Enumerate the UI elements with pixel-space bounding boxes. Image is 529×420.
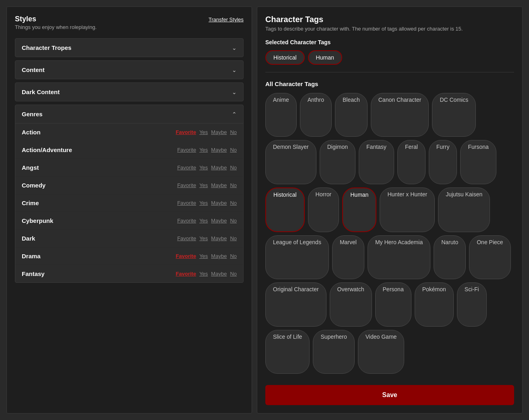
genre-maybe-option[interactable]: Maybe [211,147,227,153]
genre-yes-option[interactable]: Yes [199,235,208,241]
genre-options: FavoriteYesMaybeNo [177,235,237,241]
genre-row: AngstFavoriteYesMaybeNo [15,159,243,177]
character-tag[interactable]: Feral [397,140,426,184]
genres-label: Genres [22,111,43,117]
selected-tag[interactable]: Human [308,50,342,65]
character-tag[interactable]: Human [342,187,376,232]
accordion-dark-content-header[interactable]: Dark Content ⌄ [15,83,243,101]
genre-favorite-option[interactable]: Favorite [177,182,196,188]
character-tag[interactable]: Fantasy [359,140,394,184]
styles-title: Styles [15,15,97,23]
genre-no-option[interactable]: No [230,129,237,135]
genre-favorite-option[interactable]: Favorite [176,253,196,259]
genre-no-option[interactable]: No [230,165,237,171]
genres-section-header[interactable]: Genres ⌃ [15,105,243,124]
genre-options: FavoriteYesMaybeNo [176,129,237,135]
genre-maybe-option[interactable]: Maybe [211,235,227,241]
genre-no-option[interactable]: No [230,271,237,277]
genres-section: Genres ⌃ ActionFavoriteYesMaybeNoAction/… [15,105,244,283]
genre-name: Action [22,129,41,136]
genre-maybe-option[interactable]: Maybe [211,165,227,171]
accordion-character-tropes-header[interactable]: Character Tropes ⌄ [15,39,243,57]
selected-tag[interactable]: Historical [265,50,305,65]
genre-no-option[interactable]: No [230,235,237,241]
transfer-styles-link[interactable]: Transfer Styles [209,16,244,23]
character-tag[interactable]: One Piece [469,235,510,279]
character-tags-title: Character Tags [265,15,514,24]
genre-name: Action/Adventure [22,146,72,153]
character-tag[interactable]: Furry [429,140,457,184]
character-tag[interactable]: Overwatch [330,282,372,326]
genre-yes-option[interactable]: Yes [199,165,208,171]
genre-maybe-option[interactable]: Maybe [211,200,227,206]
character-tag[interactable]: Bleach [335,93,368,137]
character-tag[interactable]: Slice of Life [265,330,310,374]
genre-no-option[interactable]: No [230,147,237,153]
accordion-character-tropes-label: Character Tropes [22,44,71,51]
character-tag[interactable]: My Hero Academia [368,235,430,279]
genre-yes-option[interactable]: Yes [199,200,208,206]
all-tags-container: AnimeAnthroBleachCanon CharacterDC Comic… [265,93,514,374]
genre-name: Drama [22,253,41,259]
genre-yes-option[interactable]: Yes [199,271,208,277]
genre-yes-option[interactable]: Yes [199,182,208,188]
genre-no-option[interactable]: No [230,200,237,206]
save-button[interactable]: Save [265,385,514,405]
character-tag[interactable]: Historical [265,187,305,232]
genre-maybe-option[interactable]: Maybe [211,218,227,224]
genre-options: FavoriteYesMaybeNo [177,165,237,171]
character-tag[interactable]: Demon Slayer [265,140,316,184]
character-tag[interactable]: Pokémon [415,282,454,326]
genre-name: Fantasy [22,270,45,277]
genre-maybe-option[interactable]: Maybe [211,129,227,135]
character-tag[interactable]: Naruto [434,235,466,279]
genre-no-option[interactable]: No [230,253,237,259]
character-tag[interactable]: Original Character [265,282,326,326]
genre-favorite-option[interactable]: Favorite [176,271,196,277]
genre-name: Crime [22,200,39,206]
genre-row: FantasyFavoriteYesMaybeNo [15,265,243,282]
genre-yes-option[interactable]: Yes [199,253,208,259]
character-tag[interactable]: Anime [265,93,297,137]
genre-row: ComedyFavoriteYesMaybeNo [15,177,243,194]
character-tag[interactable]: Hunter x Hunter [380,187,435,232]
left-panel: Styles Things you enjoy when roleplaying… [6,6,252,414]
genre-name: Dark [22,235,35,242]
character-tag[interactable]: Canon Character [371,93,429,137]
character-tag[interactable]: Anthro [300,93,332,137]
character-tag[interactable]: Jujutsu Kaisen [438,187,490,232]
character-tag[interactable]: Fursona [460,140,496,184]
character-tag[interactable]: Persona [375,282,411,326]
genre-maybe-option[interactable]: Maybe [211,253,227,259]
genre-favorite-option[interactable]: Favorite [177,165,196,171]
character-tag[interactable]: DC Comics [432,93,476,137]
genre-no-option[interactable]: No [230,182,237,188]
character-tag[interactable]: Sci-Fi [457,282,487,326]
chevron-down-icon: ⌄ [232,67,237,73]
accordion-content-header[interactable]: Content ⌄ [15,61,243,79]
character-tag[interactable]: Marvel [332,235,364,279]
genre-options: FavoriteYesMaybeNo [176,271,237,277]
character-tag[interactable]: Video Game [358,330,405,374]
genre-favorite-option[interactable]: Favorite [177,218,196,224]
right-panel: Character Tags Tags to describe your cha… [257,6,523,414]
genre-favorite-option[interactable]: Favorite [177,147,196,153]
character-tags-subtitle: Tags to describe your character with. Th… [265,26,514,32]
genre-yes-option[interactable]: Yes [199,129,208,135]
character-tag[interactable]: Horror [308,187,339,232]
genre-maybe-option[interactable]: Maybe [211,271,227,277]
genre-no-option[interactable]: No [230,218,237,224]
accordion-content-label: Content [22,66,45,73]
genre-favorite-option[interactable]: Favorite [176,129,196,135]
genre-favorite-option[interactable]: Favorite [177,235,196,241]
character-tag[interactable]: League of Legends [265,235,329,279]
character-tag[interactable]: Superhero [313,330,354,374]
character-tag[interactable]: Digimon [320,140,355,184]
genre-yes-option[interactable]: Yes [199,218,208,224]
accordion-content: Content ⌄ [15,60,244,79]
chevron-down-icon: ⌄ [232,45,237,51]
genre-maybe-option[interactable]: Maybe [211,182,227,188]
genre-row: ActionFavoriteYesMaybeNo [15,124,243,141]
genre-yes-option[interactable]: Yes [199,147,208,153]
genre-favorite-option[interactable]: Favorite [177,200,196,206]
